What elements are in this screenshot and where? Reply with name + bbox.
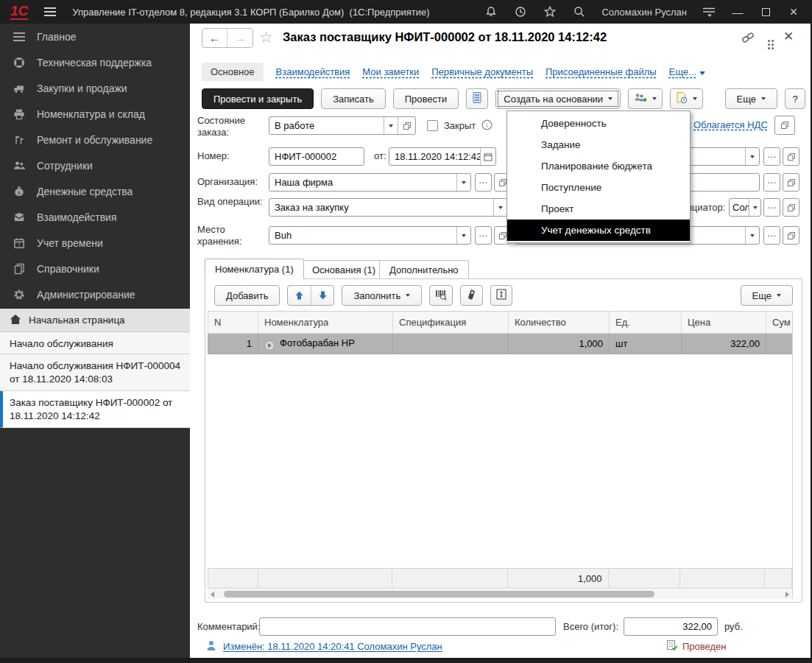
info-icon[interactable]: i <box>481 119 493 133</box>
search-icon[interactable] <box>572 4 587 19</box>
open-icon[interactable] <box>398 117 415 134</box>
organization-combobox[interactable]: Наша фирма <box>269 173 471 192</box>
service-menu-icon[interactable] <box>702 4 716 19</box>
favorites-star-icon[interactable] <box>543 4 557 19</box>
more-actions-icon[interactable] <box>768 33 770 44</box>
page-item[interactable]: Начало обслуживания <box>0 332 190 354</box>
move-down-button[interactable] <box>311 286 333 305</box>
scanner-button[interactable] <box>460 285 483 306</box>
sidebar-item-repair[interactable]: Ремонт и обслуживание <box>0 127 190 152</box>
field-open-button[interactable] <box>783 173 799 192</box>
tab-nomenclature[interactable]: Номенклатура (1) <box>205 259 304 279</box>
calendar-picker-icon[interactable] <box>480 148 495 165</box>
row-height-button[interactable] <box>490 285 512 306</box>
comment-input[interactable] <box>259 617 556 636</box>
menu-item[interactable]: Задание <box>507 134 690 155</box>
close-window-button[interactable]: × <box>787 4 800 20</box>
sidebar-item-administration[interactable]: Администрирование <box>0 281 190 307</box>
col-n[interactable]: N <box>208 312 258 334</box>
initiator-combobox[interactable]: Сол <box>729 198 761 217</box>
planner-button[interactable] <box>670 88 703 109</box>
related-documents-button[interactable] <box>466 88 488 109</box>
closed-checkbox[interactable] <box>427 120 438 131</box>
write-button[interactable]: Записать <box>321 88 386 109</box>
sidebar-item-employees[interactable]: Сотрудники <box>0 152 190 178</box>
col-specification[interactable]: Спецификация <box>393 312 509 334</box>
sidebar-item-time[interactable]: 7 Учет времени <box>0 230 190 256</box>
initiator-open-button[interactable] <box>783 198 799 217</box>
get-link-icon[interactable] <box>741 32 755 46</box>
barcode-search-button[interactable] <box>429 285 453 306</box>
number-input[interactable]: НФИТ-000002 <box>269 147 364 166</box>
notifications-bell-icon[interactable] <box>484 4 498 19</box>
more-button[interactable]: Еще <box>725 88 777 109</box>
sidebar-item-main[interactable]: Главное <box>0 24 190 49</box>
menu-item-highlighted[interactable]: Учет денежных средств <box>507 220 690 241</box>
forward-button[interactable]: → <box>227 29 253 47</box>
col-price[interactable]: Цена <box>682 312 766 334</box>
menu-item[interactable]: Проект <box>507 198 690 220</box>
col-sum[interactable]: Сум <box>766 312 793 334</box>
field-select-button[interactable]: … <box>763 173 780 192</box>
history-icon[interactable] <box>513 4 528 19</box>
menu-item[interactable]: Доверенность <box>507 113 690 134</box>
scrollbar-thumb[interactable] <box>224 591 654 597</box>
sidebar-item-catalogs[interactable]: Справочники <box>0 256 190 281</box>
chevron-down-icon[interactable] <box>456 227 470 244</box>
tab-attached-files[interactable]: Присоединенные файлы <box>546 66 657 77</box>
tab-my-notes[interactable]: Мои заметки <box>362 66 419 77</box>
post-and-close-button[interactable]: Провести и закрыть <box>202 88 314 109</box>
maximize-button[interactable] <box>759 6 772 18</box>
sidebar-item-purchases[interactable]: Закупки и продажи <box>0 75 190 101</box>
col-nomenclature[interactable]: Номенклатура <box>258 312 393 334</box>
tab-grounds[interactable]: Основания (1) <box>302 260 386 279</box>
total-input[interactable]: 322,00 <box>624 617 718 636</box>
field-open-button[interactable] <box>783 147 799 166</box>
vertical-scrollbar-track[interactable] <box>792 311 793 599</box>
help-button[interactable]: ? <box>785 88 805 109</box>
scroll-right-arrow[interactable] <box>785 592 789 597</box>
col-quantity[interactable]: Количество <box>509 312 610 334</box>
chevron-down-icon[interactable] <box>745 148 759 165</box>
col-unit[interactable]: Ед. <box>610 312 682 334</box>
chevron-down-icon[interactable] <box>749 199 760 216</box>
operation-type-combobox[interactable]: Заказ на закупку <box>269 198 508 217</box>
page-item[interactable]: Начало обслуживания НФИТ-000004 от 18.11… <box>0 354 190 391</box>
scroll-left-arrow[interactable] <box>211 592 214 597</box>
back-button[interactable]: ← <box>202 29 227 47</box>
sidebar-item-support[interactable]: Техническая поддержка <box>0 49 190 75</box>
field-select-button[interactable]: … <box>763 147 780 166</box>
chevron-down-icon[interactable] <box>745 227 759 244</box>
chevron-down-icon[interactable] <box>493 199 507 216</box>
horizontal-scrollbar[interactable] <box>208 589 792 599</box>
modified-link[interactable]: Изменён: 18.11.2020 14:20:41 Соломахин Р… <box>223 641 442 652</box>
tab-primary-documents[interactable]: Первичные документы <box>431 66 533 77</box>
create-based-on-button[interactable]: Создать на основании <box>495 88 621 109</box>
page-item-active[interactable]: Заказ поставщику НФИТ-000002 от 18.11.20… <box>0 391 190 428</box>
current-user[interactable]: Соломахин Руслан <box>601 7 687 18</box>
tab-more[interactable]: Еще... <box>669 66 705 77</box>
menu-item[interactable]: Поступление <box>507 177 690 198</box>
chevron-down-icon[interactable] <box>456 174 470 191</box>
field-open-button[interactable] <box>783 226 799 245</box>
sidebar-item-money[interactable]: s Денежные средства <box>0 178 190 204</box>
tab-interactions[interactable]: Взаимодействия <box>276 66 350 77</box>
table-row-selected[interactable]: 1 Фотобарабан HP 1,000 шт 322,00 <box>208 334 793 354</box>
state-combobox[interactable]: В работе <box>269 116 416 135</box>
vat-link[interactable]: Облагается НДС <box>693 119 768 130</box>
expand-item-icon[interactable] <box>264 340 275 351</box>
organization-select-button[interactable]: … <box>475 173 492 192</box>
minimize-button[interactable]: — <box>731 6 744 18</box>
fill-button[interactable]: Заполнить <box>342 285 422 306</box>
menu-item[interactable]: Планирование бюджета <box>507 155 690 177</box>
date-input[interactable]: 18.11.2020 14:12:42 <box>389 147 496 166</box>
post-button[interactable]: Провести <box>393 88 459 109</box>
add-user-task-button[interactable] <box>628 88 663 109</box>
favorite-star-icon[interactable]: ☆ <box>259 29 273 46</box>
initiator-select-button[interactable]: … <box>763 198 780 217</box>
add-row-button[interactable]: Добавить <box>214 285 280 306</box>
tab-additional[interactable]: Дополнительно <box>379 260 469 279</box>
sidebar-home-page[interactable]: Начальная страница <box>0 309 190 332</box>
sidebar-item-stock[interactable]: Номенклатура и склад <box>0 101 190 127</box>
move-up-button[interactable] <box>288 286 311 305</box>
